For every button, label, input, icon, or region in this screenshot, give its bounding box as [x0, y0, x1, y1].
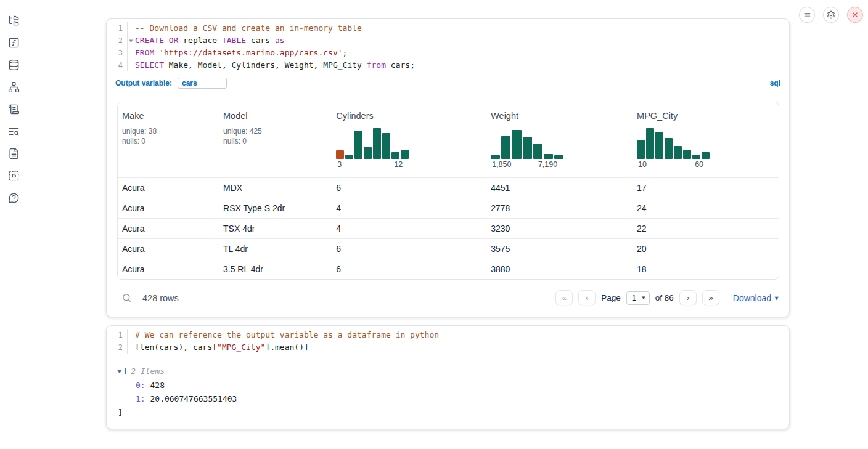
table-footer: 428 rows « ‹ Page 1 ▼ of 86 › » Download…	[107, 280, 789, 308]
menu-button[interactable]	[799, 7, 815, 23]
file-tree-icon[interactable]	[0, 9, 27, 31]
column-histogram[interactable]: 312	[336, 128, 409, 169]
menu-icon	[803, 11, 811, 19]
table-cell: Acura	[118, 224, 219, 233]
code-text: SELECT Make, Model, Cylinders, Weight, M…	[128, 59, 415, 71]
last-page-button[interactable]: »	[702, 290, 719, 305]
variables-icon[interactable]	[0, 31, 27, 54]
histogram-bar	[637, 140, 645, 159]
tree-collapse-icon[interactable]: ▼	[117, 365, 121, 378]
table-cell: MDX	[219, 183, 332, 193]
next-page-button[interactable]: ›	[679, 290, 697, 305]
sidebar-panel	[0, 0, 27, 449]
table-row[interactable]: AcuraTL 4dr6357520	[118, 238, 779, 259]
table-row[interactable]: AcuraMDX6445117	[118, 177, 779, 198]
table-cell: 6	[332, 183, 486, 193]
column-name: Weight	[491, 111, 633, 121]
prev-page-button[interactable]: ‹	[578, 290, 596, 305]
column-name: MPG_City	[637, 111, 779, 121]
histogram-bar	[702, 152, 710, 159]
code-line[interactable]: 2[len(cars), cars["MPG_City"].mean()]	[107, 341, 789, 354]
table-cell: Acura	[118, 244, 219, 254]
histogram-bar	[512, 130, 521, 160]
help-icon[interactable]	[0, 187, 27, 209]
sql-code-editor[interactable]: 1-- Download a CSV and create an in-memo…	[107, 19, 789, 75]
close-icon	[851, 11, 859, 18]
column-histogram[interactable]: 1060	[637, 128, 710, 169]
python-output: ▼ [ 2 Items 0: 4281: 20.060747663551403 …	[107, 357, 789, 429]
table-cell: Acura	[118, 183, 219, 193]
code-text: # We can reference the output variable a…	[128, 329, 439, 341]
histogram-bar	[554, 155, 563, 159]
table-row[interactable]: Acura3.5 RL 4dr6388018	[118, 259, 779, 279]
page-select-value: 1	[632, 293, 636, 302]
table-header: Makeunique: 38nulls: 0Modelunique: 425nu…	[118, 102, 779, 177]
column-histogram[interactable]: 1,8507,190	[491, 128, 563, 169]
data-table: Makeunique: 38nulls: 0Modelunique: 425nu…	[117, 102, 779, 280]
table-cell: 4451	[486, 183, 633, 193]
tree-open-bracket: [	[123, 365, 128, 378]
column-header-cylinders[interactable]: Cylinders312	[332, 109, 486, 177]
page-select[interactable]: 1 ▼	[626, 291, 650, 305]
table-cell: 22	[633, 224, 779, 233]
download-button[interactable]: Download ▼	[733, 293, 779, 303]
code-line[interactable]: 1# We can reference the output variable …	[107, 329, 789, 341]
column-stat: nulls: 0	[223, 136, 332, 146]
page-label: Page	[601, 293, 621, 302]
documentation-icon[interactable]	[0, 142, 27, 164]
python-cell: 1# We can reference the output variable …	[106, 325, 790, 429]
line-number: 3	[107, 47, 128, 59]
table-body: AcuraMDX6445117AcuraRSX Type S 2dr427782…	[118, 177, 779, 279]
column-stat: unique: 38	[122, 126, 219, 136]
histogram-bar	[354, 131, 362, 159]
table-cell: Acura	[118, 264, 219, 274]
language-badge: sql	[770, 79, 780, 87]
column-header-make[interactable]: Makeunique: 38nulls: 0	[118, 109, 219, 177]
table-cell: 6	[332, 244, 486, 254]
table-cell: 3230	[486, 224, 633, 233]
histogram-bar	[533, 144, 542, 159]
table-row[interactable]: AcuraTSX 4dr4323022	[118, 218, 779, 238]
table-output: Makeunique: 38nulls: 0Modelunique: 425nu…	[107, 91, 789, 280]
output-variable-input[interactable]	[178, 78, 227, 89]
first-page-button[interactable]: «	[555, 290, 573, 305]
code-line[interactable]: 1-- Download a CSV and create an in-memo…	[107, 22, 789, 34]
search-list-icon[interactable]	[0, 120, 27, 142]
histogram-min-label: 1,850	[492, 160, 511, 169]
histogram-bar	[683, 150, 691, 159]
snippets-icon[interactable]	[0, 164, 27, 187]
shutdown-button[interactable]	[847, 7, 863, 23]
logs-icon[interactable]	[0, 98, 27, 120]
histogram-bar	[655, 132, 663, 159]
row-count: 428 rows	[142, 293, 179, 303]
histogram-bar	[544, 154, 553, 160]
table-row[interactable]: AcuraRSX Type S 2dr4277824	[118, 198, 779, 218]
histogram-bar	[345, 155, 353, 160]
table-cell: 4	[332, 224, 486, 233]
dependency-graph-icon[interactable]	[0, 76, 27, 98]
tree-entry: 0: 428	[136, 379, 778, 392]
search-icon[interactable]	[121, 293, 132, 303]
python-code-editor[interactable]: 1# We can reference the output variable …	[107, 326, 789, 357]
gear-icon	[827, 10, 835, 19]
fold-chevron-icon[interactable]: ▼	[129, 35, 133, 47]
histogram-max-label: 7,190	[538, 160, 557, 169]
data-sources-icon[interactable]	[0, 54, 27, 76]
code-text: CREATE OR replace TABLE cars as	[128, 34, 285, 47]
tree-entry-value: 428	[145, 381, 165, 390]
output-variable-label: Output variable:	[115, 79, 172, 87]
table-cell: 2778	[486, 203, 633, 213]
line-number: 1	[107, 329, 128, 341]
code-line[interactable]: 3FROM 'https://datasets.marimo.app/cars.…	[107, 47, 789, 59]
column-name: Model	[223, 111, 332, 121]
code-line[interactable]: 2▼CREATE OR replace TABLE cars as	[107, 34, 789, 47]
column-header-mpg_city[interactable]: MPG_City1060	[633, 109, 779, 177]
settings-button[interactable]	[823, 7, 839, 23]
column-header-model[interactable]: Modelunique: 425nulls: 0	[219, 109, 332, 177]
code-line[interactable]: 4SELECT Make, Model, Cylinders, Weight, …	[107, 59, 789, 71]
page-total-label: of 86	[655, 293, 674, 302]
histogram-bar	[364, 147, 372, 159]
code-text: [len(cars), cars["MPG_City"].mean()]	[128, 341, 309, 354]
column-header-weight[interactable]: Weight1,8507,190	[486, 109, 633, 177]
histogram-bar	[523, 137, 532, 160]
